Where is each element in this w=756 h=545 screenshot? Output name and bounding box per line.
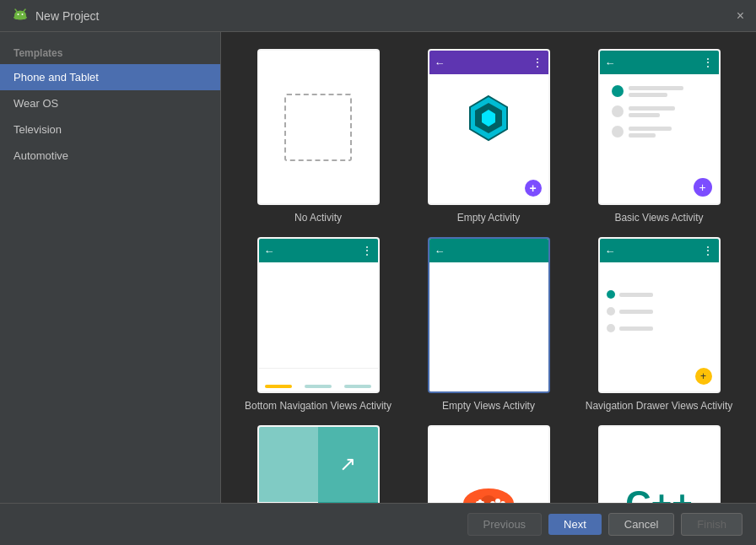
template-label-bottom-nav: Bottom Navigation Views Activity: [245, 400, 392, 412]
resp-cell-tl: [259, 427, 319, 502]
empty-views-mock: ←: [429, 239, 548, 391]
basic-line-2a: [629, 106, 676, 111]
template-thumbnail-bottom-nav: ← ⋮: [257, 237, 380, 393]
footer: Previous Next Cancel Finish: [0, 503, 756, 545]
basic-line-3b: [629, 133, 656, 138]
title-bar-left: New Project: [12, 8, 99, 24]
drawer-dot-2: [607, 307, 615, 316]
template-empty-views[interactable]: ← Empty Views Activity: [412, 237, 565, 412]
basic-views-fab: +: [694, 178, 712, 197]
finish-button[interactable]: Finish: [681, 513, 742, 536]
main-content: No Activity ← ⋮: [221, 32, 756, 503]
svg-line-4: [24, 9, 25, 12]
basic-views-mock: ← ⋮: [600, 51, 719, 203]
template-responsive-views[interactable]: ↗ Responsive Views Activit: [241, 425, 395, 503]
empty-activity-mock: ← ⋮ +: [429, 51, 548, 203]
template-thumbnail-game: [428, 425, 550, 503]
basic-line-3a: [629, 127, 672, 131]
cpp-logo-text: C++: [625, 483, 692, 504]
basic-list-item-2: [605, 101, 714, 121]
template-basic-views[interactable]: ← ⋮: [582, 49, 736, 224]
bottom-nav-indicator-1: [265, 385, 292, 388]
template-bottom-nav[interactable]: ← ⋮: [241, 237, 395, 412]
empty-activity-fab: +: [525, 180, 542, 197]
template-thumbnail-no-activity: [257, 49, 380, 205]
basic-views-body: +: [600, 74, 719, 203]
sidebar-item-phone-tablet[interactable]: Phone and Tablet: [0, 64, 220, 90]
basic-line-1a: [629, 86, 683, 90]
template-game-activity[interactable]: Game Activity: [412, 425, 565, 503]
basic-list-item-3: [605, 121, 714, 142]
template-thumbnail-cpp: C++: [598, 425, 721, 503]
drawer-list-item-1: [600, 286, 672, 303]
resp-arrow-icon: ↗: [318, 427, 378, 502]
empty-views-body: [429, 262, 548, 391]
title-bar: New Project ×: [0, 0, 756, 32]
svg-rect-12: [478, 499, 482, 504]
drawer-line-3: [619, 326, 653, 331]
empty-activity-body: +: [429, 74, 548, 203]
empty-views-header: ←: [429, 239, 548, 262]
bottom-nav-tab-2: [299, 369, 338, 391]
basic-circle-1: [612, 85, 624, 97]
bottom-nav-indicator-3: [344, 385, 371, 388]
bottom-nav-header: ← ⋮: [259, 239, 378, 262]
sidebar-item-automotive[interactable]: Automotive: [0, 143, 220, 169]
game-controller-icon: [459, 483, 518, 504]
new-project-dialog: New Project × Templates Phone and Tablet…: [0, 0, 756, 545]
nav-drawer-body: +: [600, 262, 719, 391]
dashed-rect: [284, 94, 352, 161]
no-activity-content: [259, 51, 378, 203]
content-area: Templates Phone and Tablet Wear OS Telev…: [0, 32, 756, 503]
basic-lines-2: [629, 106, 707, 117]
drawer-line-2: [619, 310, 653, 314]
basic-line-1b: [629, 93, 668, 97]
hexagon-logo-icon: [463, 93, 514, 143]
resp-cell-br: [318, 502, 378, 504]
dialog-title: New Project: [35, 9, 99, 23]
template-no-activity[interactable]: No Activity: [241, 49, 395, 224]
bottom-nav-tab-1: [259, 369, 299, 391]
bottom-nav-bar: [259, 368, 378, 391]
cpp-mock: C++: [600, 427, 719, 503]
svg-point-2: [22, 13, 24, 15]
sidebar-item-wear-os[interactable]: Wear OS: [0, 90, 220, 116]
nav-drawer-fab: +: [695, 368, 712, 385]
nav-drawer-mock: ← ⋮: [600, 239, 719, 391]
bottom-nav-mock: ← ⋮: [259, 239, 378, 391]
template-label-no-activity: No Activity: [294, 212, 342, 224]
nav-drawer-header: ← ⋮: [600, 239, 719, 262]
svg-line-3: [15, 9, 17, 12]
resp-cell-tr: ↗: [318, 427, 378, 502]
empty-activity-header: ← ⋮: [429, 51, 548, 74]
basic-list-item-1: [605, 81, 714, 101]
next-button[interactable]: Next: [548, 514, 602, 535]
android-icon: [12, 8, 29, 24]
template-native-cpp[interactable]: C++ Native C++: [582, 425, 736, 503]
template-nav-drawer[interactable]: ← ⋮: [582, 237, 736, 412]
drawer-dot-3: [607, 324, 615, 332]
template-label-empty-views: Empty Views Activity: [442, 400, 535, 412]
bottom-nav-tab-3: [338, 369, 378, 391]
template-thumbnail-responsive: ↗: [257, 425, 380, 503]
template-thumbnail-empty-views: ←: [428, 237, 550, 393]
template-label-nav-drawer: Navigation Drawer Views Activity: [586, 400, 733, 412]
sidebar-item-television[interactable]: Television: [0, 116, 220, 143]
template-label-basic-views: Basic Views Activity: [614, 212, 703, 224]
drawer-line-1: [619, 293, 653, 297]
svg-point-1: [18, 13, 19, 15]
basic-lines-3: [629, 127, 707, 138]
template-empty-activity[interactable]: ← ⋮ +: [412, 49, 565, 224]
close-button[interactable]: ×: [737, 8, 744, 24]
basic-circle-3: [612, 126, 624, 138]
previous-button[interactable]: Previous: [467, 513, 543, 536]
basic-lines-1: [629, 86, 707, 97]
drawer-panel: [600, 286, 672, 391]
cancel-button[interactable]: Cancel: [608, 513, 674, 536]
responsive-grid: ↗: [259, 427, 378, 503]
bottom-nav-indicator-2: [305, 385, 332, 388]
template-thumbnail-nav-drawer: ← ⋮: [598, 237, 721, 393]
resp-cell-bl: [259, 502, 319, 504]
basic-views-header: ← ⋮: [600, 51, 719, 74]
template-thumbnail-empty-activity: ← ⋮ +: [428, 49, 550, 205]
